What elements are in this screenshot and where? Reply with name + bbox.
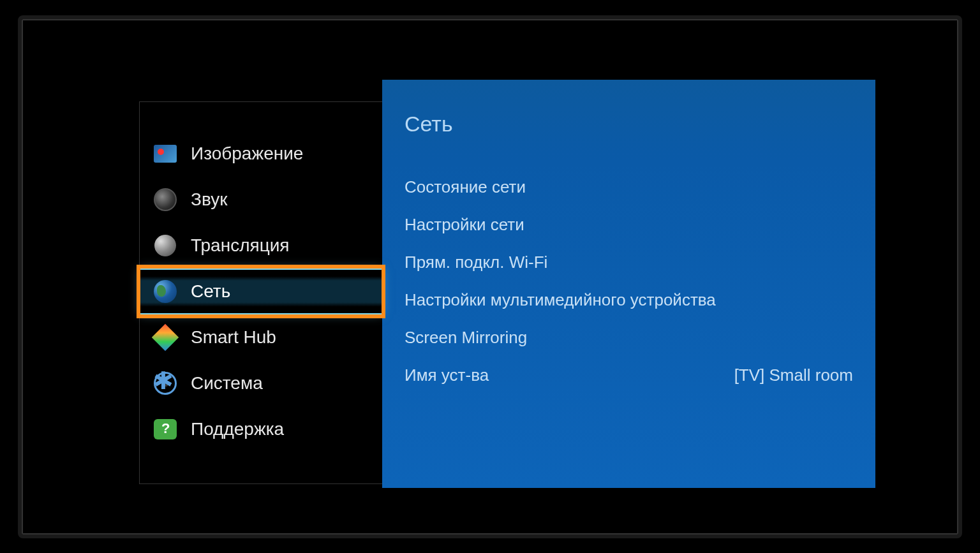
sidebar-item-network[interactable]: Сеть bbox=[140, 269, 382, 314]
content-title: Сеть bbox=[405, 112, 853, 136]
content-item-label: Прям. подкл. Wi-Fi bbox=[405, 253, 547, 272]
broadcast-icon bbox=[152, 233, 178, 258]
sidebar-item-label: Изображение bbox=[191, 144, 303, 164]
sidebar-item-label: Сеть bbox=[191, 281, 230, 302]
content-item-device-name[interactable]: Имя уст-ва [TV] Small room bbox=[405, 357, 853, 394]
sound-icon bbox=[152, 187, 178, 212]
sidebar-item-label: Smart Hub bbox=[191, 327, 276, 348]
content-item-label: Состояние сети bbox=[405, 177, 526, 197]
system-icon bbox=[152, 371, 178, 396]
content-item-screen-mirroring[interactable]: Screen Mirroring bbox=[405, 319, 853, 357]
sidebar-item-broadcast[interactable]: Трансляция bbox=[140, 223, 382, 269]
smarthub-icon bbox=[152, 325, 178, 350]
content-item-label: Screen Mirroring bbox=[405, 328, 527, 348]
sidebar-item-system[interactable]: Система bbox=[140, 360, 382, 406]
sidebar-item-label: Звук bbox=[191, 189, 227, 210]
settings-sidebar: Изображение Звук Трансляция Сеть Smart H… bbox=[140, 102, 382, 483]
sidebar-item-sound[interactable]: Звук bbox=[140, 177, 382, 223]
sidebar-item-picture[interactable]: Изображение bbox=[140, 131, 382, 177]
sidebar-item-support[interactable]: Поддержка bbox=[140, 406, 382, 452]
content-item-value: [TV] Small room bbox=[734, 365, 853, 385]
content-item-network-settings[interactable]: Настройки сети bbox=[405, 206, 853, 244]
content-item-label: Имя уст-ва bbox=[405, 365, 489, 385]
tv-frame: Изображение Звук Трансляция Сеть Smart H… bbox=[18, 15, 962, 538]
tv-screen: Изображение Звук Трансляция Сеть Smart H… bbox=[50, 47, 930, 506]
picture-icon bbox=[152, 141, 178, 166]
sidebar-item-label: Система bbox=[191, 373, 263, 394]
content-item-label: Настройки сети bbox=[405, 215, 524, 235]
content-item-multimedia-device[interactable]: Настройки мультимедийного устройства bbox=[405, 281, 853, 319]
content-item-network-status[interactable]: Состояние сети bbox=[405, 168, 853, 206]
sidebar-item-label: Поддержка bbox=[191, 419, 284, 439]
sidebar-item-smarthub[interactable]: Smart Hub bbox=[140, 314, 382, 360]
content-item-wifi-direct[interactable]: Прям. подкл. Wi-Fi bbox=[405, 244, 853, 281]
content-panel: Сеть Состояние сети Настройки сети Прям.… bbox=[382, 80, 875, 488]
sidebar-item-label: Трансляция bbox=[191, 235, 289, 256]
support-icon bbox=[152, 417, 178, 442]
settings-menu: Изображение Звук Трансляция Сеть Smart H… bbox=[139, 101, 841, 484]
network-icon bbox=[152, 279, 178, 304]
content-item-label: Настройки мультимедийного устройства bbox=[405, 290, 716, 310]
